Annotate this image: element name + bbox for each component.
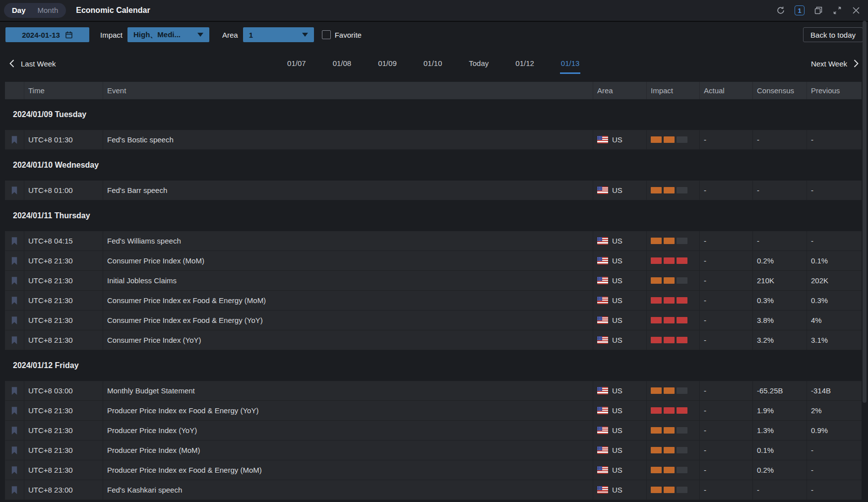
next-week-button[interactable]: Next Week <box>811 59 859 68</box>
event-name: Producer Price Index ex Food & Energy (M… <box>103 460 593 480</box>
event-previous: 3.1% <box>806 330 862 350</box>
event-row[interactable]: UTC+8 23:00 Fed's Kashkari speech US - -… <box>5 480 862 500</box>
event-actual: - <box>699 460 752 480</box>
bookmark-button[interactable] <box>5 271 24 290</box>
event-name: Producer Price Index ex Food & Energy (Y… <box>103 401 593 420</box>
bookmark-button[interactable] <box>5 181 24 200</box>
event-area-label: US <box>612 186 622 194</box>
bookmark-button[interactable] <box>5 231 24 251</box>
bookmark-icon <box>11 426 18 435</box>
bookmark-button[interactable] <box>5 311 24 330</box>
refresh-icon[interactable] <box>776 5 786 15</box>
bookmark-button[interactable] <box>5 401 24 420</box>
impact-bars <box>651 317 687 323</box>
event-name: Initial Jobless Claims <box>103 271 593 290</box>
event-name: Consumer Price Index ex Food & Energy (M… <box>103 291 593 310</box>
area-filter-dropdown[interactable]: 1 <box>243 27 314 42</box>
back-to-today-button[interactable]: Back to today <box>803 27 863 42</box>
event-consensus: 1.9% <box>752 401 806 420</box>
event-impact <box>646 130 699 149</box>
day-tab-today[interactable]: Today <box>468 53 490 74</box>
event-area: US <box>593 381 646 400</box>
workspace-count-badge[interactable]: 1 <box>795 5 805 15</box>
event-area: US <box>593 421 646 440</box>
impact-filter-dropdown[interactable]: High、Medi... <box>127 27 209 42</box>
bookmark-button[interactable] <box>5 440 24 460</box>
date-group: 2024/01/11 Thursday UTC+8 04:15 Fed's Wi… <box>5 200 862 350</box>
bookmark-button[interactable] <box>5 291 24 310</box>
event-row[interactable]: UTC+8 04:15 Fed's Williams speech US - -… <box>5 231 862 251</box>
event-impact <box>646 231 699 251</box>
day-tab-01-07[interactable]: 01/07 <box>286 53 307 74</box>
day-tab-01-10[interactable]: 01/10 <box>423 53 443 74</box>
event-impact <box>646 311 699 330</box>
day-tab-01-12[interactable]: 01/12 <box>514 53 535 74</box>
scrollbar-thumb[interactable] <box>863 21 867 403</box>
column-header-actual: Actual <box>699 82 752 99</box>
event-row[interactable]: UTC+8 21:30 Initial Jobless Claims US - … <box>5 271 862 291</box>
event-row[interactable]: UTC+8 21:30 Consumer Price Index (MoM) U… <box>5 251 862 271</box>
day-tab-01-13[interactable]: 01/13 <box>560 53 581 74</box>
event-previous: 2% <box>806 401 862 420</box>
event-area-label: US <box>612 276 622 285</box>
day-tab-01-09[interactable]: 01/09 <box>377 53 398 74</box>
event-name: Fed's Kashkari speech <box>103 480 593 500</box>
event-time: UTC+8 21:30 <box>24 401 103 420</box>
day-tab-01-08[interactable]: 01/08 <box>332 53 353 74</box>
event-row[interactable]: UTC+8 21:30 Producer Price Index (MoM) U… <box>5 440 862 460</box>
event-row[interactable]: UTC+8 03:00 Monthly Budget Statement US … <box>5 381 862 401</box>
bookmark-button[interactable] <box>5 460 24 480</box>
event-actual: - <box>699 231 752 251</box>
event-time: UTC+8 23:00 <box>24 480 103 500</box>
date-group-header: 2024/01/11 Thursday <box>5 200 862 231</box>
bookmark-button[interactable] <box>5 480 24 500</box>
view-toggle: DayMonth <box>4 3 66 18</box>
impact-bars <box>651 277 687 284</box>
event-area-label: US <box>612 135 622 144</box>
bookmark-button[interactable] <box>5 421 24 440</box>
favorite-filter[interactable]: Favorite <box>322 30 362 39</box>
event-row[interactable]: UTC+8 21:30 Producer Price Index ex Food… <box>5 401 862 421</box>
chevron-down-icon <box>197 33 203 37</box>
event-row[interactable]: UTC+8 21:30 Consumer Price Index ex Food… <box>5 311 862 330</box>
event-row[interactable]: UTC+8 21:30 Producer Price Index (YoY) U… <box>5 421 862 440</box>
date-picker[interactable]: 2024-01-13 <box>5 27 89 42</box>
us-flag-icon <box>597 277 608 284</box>
impact-bars <box>651 136 687 143</box>
chevron-right-icon <box>853 59 859 68</box>
event-name: Consumer Price Index (MoM) <box>103 251 593 270</box>
event-impact <box>646 421 699 440</box>
event-area-label: US <box>612 386 622 395</box>
bookmark-button[interactable] <box>5 251 24 270</box>
event-area-label: US <box>612 296 622 305</box>
view-toggle-month[interactable]: Month <box>32 3 64 18</box>
economic-calendar-window: DayMonth Economic Calendar 1 <box>0 0 868 502</box>
event-consensus: - <box>752 231 806 251</box>
bookmark-icon <box>11 386 18 395</box>
event-previous: 0.9% <box>806 421 862 440</box>
favorite-checkbox[interactable] <box>322 30 331 39</box>
expand-window-icon[interactable] <box>832 5 842 15</box>
impact-bars <box>651 427 687 434</box>
bookmark-button[interactable] <box>5 130 24 149</box>
event-row[interactable]: UTC+8 01:30 Fed's Bostic speech US - - - <box>5 130 862 150</box>
date-group: 2024/01/10 Wednesday UTC+8 01:00 Fed's B… <box>5 150 862 200</box>
restore-window-icon[interactable] <box>813 5 823 15</box>
bookmark-button[interactable] <box>5 330 24 350</box>
area-filter-label: Area <box>222 31 238 39</box>
event-time: UTC+8 03:00 <box>24 381 103 400</box>
event-row[interactable]: UTC+8 21:30 Consumer Price Index (YoY) U… <box>5 330 862 350</box>
event-row[interactable]: UTC+8 01:00 Fed's Barr speech US - - - <box>5 181 862 200</box>
event-row[interactable]: UTC+8 21:30 Consumer Price Index ex Food… <box>5 291 862 311</box>
event-time: UTC+8 21:30 <box>24 330 103 350</box>
close-icon[interactable] <box>851 5 861 15</box>
scrollbar[interactable] <box>863 21 867 498</box>
event-row[interactable]: UTC+8 21:30 Producer Price Index ex Food… <box>5 460 862 480</box>
page-title: Economic Calendar <box>76 6 150 15</box>
event-area: US <box>593 231 646 251</box>
last-week-button[interactable]: Last Week <box>9 59 56 68</box>
view-toggle-day[interactable]: Day <box>6 3 32 18</box>
event-previous: 4% <box>806 311 862 330</box>
bookmark-button[interactable] <box>5 381 24 400</box>
event-actual: - <box>699 330 752 350</box>
